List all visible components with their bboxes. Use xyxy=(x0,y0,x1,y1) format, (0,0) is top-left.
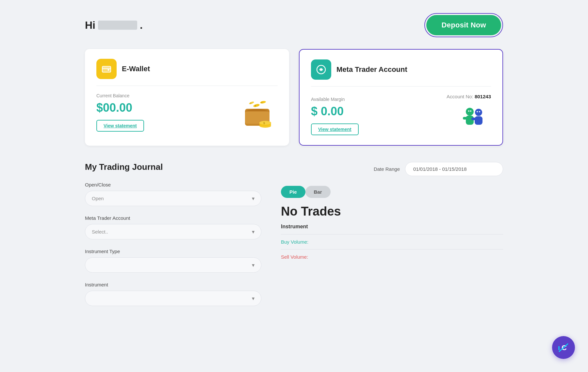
ewallet-balance-label: Current Balance xyxy=(96,93,144,98)
ewallet-balance-value: $00.00 xyxy=(96,101,144,115)
svg-text:$: $ xyxy=(255,105,256,107)
svg-point-21 xyxy=(475,109,482,116)
greeting: Hi . xyxy=(85,19,143,31)
open-close-group: Open/Close Open Close ▼ xyxy=(85,182,261,206)
ewallet-left: Current Balance $00.00 View statement xyxy=(96,93,144,132)
open-close-label: Open/Close xyxy=(85,182,261,187)
svg-text:$: $ xyxy=(263,121,265,125)
wallet-illustration: $ $ $ $ xyxy=(238,99,278,132)
greeting-name-blur xyxy=(98,21,137,30)
ewallet-card-header: E-Wallet xyxy=(96,59,278,79)
open-close-select[interactable]: Open Close xyxy=(85,191,261,206)
svg-point-11 xyxy=(260,101,266,104)
account-no: Account No: 801243 xyxy=(447,94,491,99)
instrument-label: Instrument xyxy=(85,282,261,287)
ewallet-card-body: Current Balance $00.00 View statement xyxy=(96,93,278,132)
svg-point-26 xyxy=(470,110,471,112)
instrument-type-select-wrapper: ▼ xyxy=(85,257,261,273)
meta-trader-account-group: Meta Trader Account Select.. ▼ xyxy=(85,215,261,239)
instrument-type-group: Instrument Type ▼ xyxy=(85,249,261,273)
sell-volume-label: Sell Volume: xyxy=(281,254,503,260)
no-trades-heading: No Trades xyxy=(281,204,503,218)
metatrader-divider xyxy=(311,86,491,87)
ewallet-card: E-Wallet Current Balance $00.00 View sta… xyxy=(85,49,289,146)
svg-text:ı: ı xyxy=(558,344,560,352)
journal-title: My Trading Journal xyxy=(85,162,261,172)
metatrader-view-statement-button[interactable]: View statement xyxy=(311,123,359,135)
ewallet-title: E-Wallet xyxy=(122,65,150,73)
metatrader-margin-value: $ 0.00 xyxy=(311,105,359,118)
svg-point-25 xyxy=(468,110,469,112)
trader-illustration xyxy=(458,103,491,135)
deposit-now-button[interactable]: Deposit Now xyxy=(426,15,501,35)
instrument-type-select[interactable] xyxy=(85,257,261,273)
svg-point-9 xyxy=(253,104,260,108)
instrument-type-label: Instrument Type xyxy=(85,249,261,254)
instrument-select-wrapper: ▼ xyxy=(85,291,261,306)
journal-section: My Trading Journal Open/Close Open Close… xyxy=(85,162,503,315)
svg-point-27 xyxy=(477,111,478,112)
buy-volume-divider xyxy=(281,249,503,250)
svg-point-16 xyxy=(320,69,322,71)
svg-point-28 xyxy=(479,111,480,112)
instrument-column-label: Instrument xyxy=(281,224,503,230)
meta-trader-account-select[interactable]: Select.. xyxy=(85,224,261,239)
date-range-row: Date Range xyxy=(281,162,503,176)
logo-badge[interactable]: ı C xyxy=(552,336,575,359)
open-close-select-wrapper: Open Close ▼ xyxy=(85,191,261,206)
svg-rect-1 xyxy=(102,68,111,69)
header-row: Hi . Deposit Now xyxy=(85,13,503,37)
svg-rect-23 xyxy=(471,118,475,120)
journal-left: My Trading Journal Open/Close Open Close… xyxy=(85,162,261,315)
deposit-button-wrapper: Deposit Now xyxy=(424,13,503,37)
logo-icon: ı C xyxy=(556,340,571,355)
journal-right: Date Range Pie Bar No Trades Instrument … xyxy=(281,162,503,315)
account-label: Account No: xyxy=(447,94,473,99)
metatrader-icon xyxy=(311,59,331,80)
metatrader-right: Account No: 801243 xyxy=(447,94,491,135)
date-range-input[interactable] xyxy=(405,162,503,176)
metatrader-card-body: Available Margin $ 0.00 View statement A… xyxy=(311,94,491,135)
metatrader-title: Meta Trader Account xyxy=(336,65,407,74)
chart-toggle: Pie Bar xyxy=(281,186,503,198)
buy-volume-label: Buy Volume: xyxy=(281,239,503,245)
svg-text:C: C xyxy=(562,344,567,352)
instrument-divider xyxy=(281,234,503,235)
meta-trader-select-wrapper: Select.. ▼ xyxy=(85,224,261,239)
greeting-prefix: Hi xyxy=(85,19,95,31)
bar-toggle-button[interactable]: Bar xyxy=(305,186,331,198)
svg-rect-19 xyxy=(463,117,467,120)
svg-point-17 xyxy=(466,108,474,116)
greeting-suffix: . xyxy=(140,19,143,31)
svg-point-7 xyxy=(259,121,271,125)
date-range-label: Date Range xyxy=(374,166,400,172)
svg-rect-22 xyxy=(475,116,482,125)
cards-row: E-Wallet Current Balance $00.00 View sta… xyxy=(85,49,503,146)
ewallet-icon xyxy=(96,59,117,79)
instrument-select[interactable] xyxy=(85,291,261,306)
meta-trader-account-label: Meta Trader Account xyxy=(85,215,261,221)
metatrader-left: Available Margin $ 0.00 View statement xyxy=(311,97,359,135)
svg-point-2 xyxy=(108,69,109,71)
ewallet-view-statement-button[interactable]: View statement xyxy=(96,120,144,132)
metatrader-card-header: Meta Trader Account xyxy=(311,59,491,80)
ewallet-divider xyxy=(96,86,278,86)
metatrader-margin-label: Available Margin xyxy=(311,97,359,102)
svg-point-13 xyxy=(249,101,254,105)
metatrader-card: Meta Trader Account Available Margin $ 0… xyxy=(299,49,503,146)
instrument-group: Instrument ▼ xyxy=(85,282,261,306)
svg-rect-24 xyxy=(479,118,482,120)
pie-toggle-button[interactable]: Pie xyxy=(281,186,305,198)
account-number: 801243 xyxy=(475,94,491,99)
ewallet-right: $ $ $ $ xyxy=(238,99,278,132)
